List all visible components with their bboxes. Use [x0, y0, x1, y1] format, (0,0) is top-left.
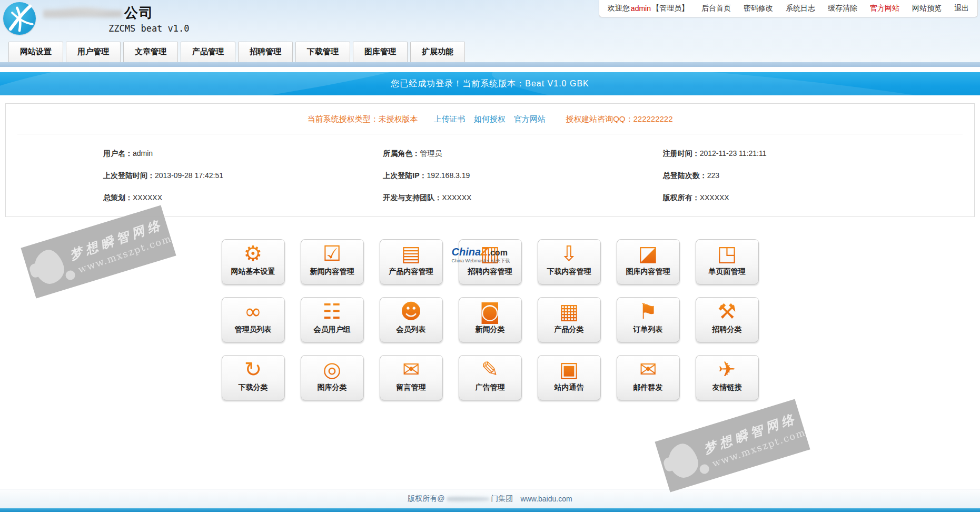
- erased-text: [447, 495, 489, 503]
- documents-icon: ▦: [559, 298, 579, 324]
- welcome-prefix: 欢迎您: [608, 4, 630, 13]
- qq-number: 222222222: [633, 114, 672, 123]
- handshake-icon: ⚒: [718, 298, 737, 324]
- menu-item-change-password[interactable]: 密码修改: [744, 4, 773, 13]
- button-label: 广告管理: [476, 383, 505, 392]
- download-content-button[interactable]: ⇩ 下载内容管理: [538, 239, 601, 284]
- footer-bottom-bar: [0, 508, 980, 512]
- recruit-category-button[interactable]: ⚒ 招聘分类: [696, 297, 759, 342]
- clipboard-icon: ▤: [401, 240, 421, 266]
- button-label: 新闻分类: [476, 325, 505, 334]
- friend-links-button[interactable]: ✈ 友情链接: [696, 355, 759, 400]
- button-label: 会员列表: [397, 325, 426, 334]
- tab-article-management[interactable]: 文章管理: [123, 42, 178, 62]
- mass-mail-button[interactable]: ✉ 邮件群发: [617, 355, 680, 400]
- account-field-last-login-time: 上次登陆时间：2013-09-28 17:42:51: [103, 171, 383, 181]
- footer-site-link[interactable]: www.baidu.com: [521, 495, 572, 503]
- menu-item-official-site[interactable]: 官方网站: [870, 4, 899, 13]
- gear-icon: ⚙: [244, 240, 263, 266]
- field-label: 注册时间：: [663, 149, 700, 157]
- single-page-button[interactable]: ◳ 单页面管理: [696, 239, 759, 284]
- order-list-button[interactable]: ⚑ 订单列表: [617, 297, 680, 342]
- upload-cert-link[interactable]: 上传证书: [434, 114, 466, 123]
- member-list-button[interactable]: ☻ 会员列表: [380, 297, 443, 342]
- qq-consult-label: 授权建站咨询QQ：: [566, 114, 633, 123]
- monitor-mail-icon: ✉: [639, 356, 657, 382]
- field-label: 上次登陆时间：: [103, 171, 155, 180]
- button-label: 图库内容管理: [626, 267, 670, 277]
- tab-extensions[interactable]: 扩展功能: [410, 42, 465, 62]
- menu-item-logout[interactable]: 退出: [954, 4, 969, 13]
- watermark-text: 梦想瞬智网络 www.mxszpt.com: [701, 408, 807, 469]
- envelope-icon: ✉: [402, 356, 420, 382]
- footer-copyright: 版权所有@门集团 www.baidu.com: [0, 489, 980, 508]
- tab-gallery-management[interactable]: 图库管理: [353, 42, 408, 62]
- recruit-content-button[interactable]: ▥ 招聘内容管理 ChinaZ.com China Webmaster·站长下载: [459, 239, 522, 284]
- menu-item-system-log[interactable]: 系统日志: [786, 4, 815, 13]
- menu-item-backend-home[interactable]: 后台首页: [701, 4, 731, 13]
- folder-search-icon: ◎: [323, 356, 341, 382]
- button-label: 留言管理: [397, 383, 426, 392]
- member-group-button[interactable]: ☷ 会员用户组: [301, 297, 364, 342]
- button-label: 网站基本设置: [231, 267, 275, 277]
- field-value: XXXXXX: [442, 193, 471, 202]
- news-device-icon: ☑: [323, 240, 342, 266]
- account-field-last-login-ip: 上次登陆IP：192.168.3.19: [383, 171, 662, 181]
- download-icon: ⇩: [560, 240, 578, 266]
- field-label: 开发与支持团队：: [383, 193, 442, 202]
- button-label: 图库分类: [318, 383, 347, 392]
- gallery-content-button[interactable]: ◪ 图库内容管理: [617, 239, 680, 284]
- tab-product-management[interactable]: 产品管理: [181, 42, 235, 62]
- button-label: 站内通告: [555, 383, 584, 392]
- current-username[interactable]: admin: [631, 4, 651, 13]
- ad-management-button[interactable]: ✎ 广告管理: [459, 355, 522, 400]
- message-management-button[interactable]: ✉ 留言管理: [380, 355, 443, 400]
- account-field-chief-planner: 总策划：XXXXXX: [103, 193, 383, 203]
- button-label: 产品内容管理: [389, 267, 433, 277]
- button-label: 招聘内容管理: [468, 267, 512, 277]
- tab-site-settings[interactable]: 网站设置: [8, 42, 63, 62]
- tab-user-management[interactable]: 用户管理: [66, 42, 121, 62]
- how-to-authorize-link[interactable]: 如何授权: [474, 114, 506, 123]
- button-label: 订单列表: [633, 325, 663, 334]
- product-content-button[interactable]: ▤ 产品内容管理: [380, 239, 443, 284]
- admin-list-button[interactable]: ∞ 管理员列表: [222, 297, 285, 342]
- field-label: 总策划：: [103, 193, 133, 202]
- button-label: 下载内容管理: [547, 267, 591, 277]
- news-content-button[interactable]: ☑ 新闻内容管理: [301, 239, 364, 284]
- download-category-button[interactable]: ↻ 下载分类: [222, 355, 285, 400]
- chinaz-china: China: [452, 246, 481, 258]
- product-category-button[interactable]: ▦ 产品分类: [538, 297, 601, 342]
- license-line: 当前系统授权类型：未授权版本 上传证书 如何授权 官方网站 授权建站咨询QQ：2…: [6, 104, 974, 124]
- person-icon: ☻: [400, 298, 422, 324]
- button-label: 管理员列表: [235, 325, 272, 334]
- gallery-category-button[interactable]: ◎ 图库分类: [301, 355, 364, 400]
- field-value: XXXXXX: [133, 193, 162, 202]
- paper-plane-icon: ✈: [718, 356, 736, 382]
- official-site-link[interactable]: 官方网站: [514, 114, 546, 123]
- news-category-button[interactable]: ◙ 新闻分类: [459, 297, 522, 342]
- account-info-panel: 当前系统授权类型：未授权版本 上传证书 如何授权 官方网站 授权建站咨询QQ：2…: [5, 103, 975, 217]
- account-field-dev-team: 开发与支持团队：XXXXXX: [383, 193, 662, 203]
- orgchart-icon: ☷: [323, 298, 342, 324]
- field-label: 总登陆次数：: [663, 171, 707, 180]
- field-value: 管理员: [420, 149, 442, 157]
- refresh-icon: ↻: [244, 356, 262, 382]
- menu-item-clear-cache[interactable]: 缓存清除: [828, 4, 857, 13]
- license-status: 未授权版本: [378, 114, 418, 123]
- erased-company-name: [43, 6, 122, 19]
- copyright-suffix: 门集团: [491, 494, 513, 504]
- button-label: 产品分类: [555, 325, 584, 334]
- footer: 版权所有@门集团 www.baidu.com: [0, 489, 980, 512]
- site-notice-button[interactable]: ▣ 站内通告: [538, 355, 601, 400]
- button-label: 会员用户组: [314, 325, 351, 334]
- tab-download-management[interactable]: 下载管理: [295, 42, 350, 62]
- speech-bubble-icon: ◙: [480, 298, 500, 324]
- button-label: 下载分类: [239, 383, 268, 392]
- laptop-chart-icon: ◳: [717, 240, 737, 266]
- site-settings-button[interactable]: ⚙ 网站基本设置: [222, 239, 285, 284]
- menu-item-site-preview[interactable]: 网站预览: [912, 4, 942, 13]
- user-role: 【管理员】: [652, 4, 689, 13]
- account-field-register-time: 注册时间：2012-11-23 11:21:11: [663, 149, 943, 159]
- tab-recruit-management[interactable]: 招聘管理: [238, 42, 293, 62]
